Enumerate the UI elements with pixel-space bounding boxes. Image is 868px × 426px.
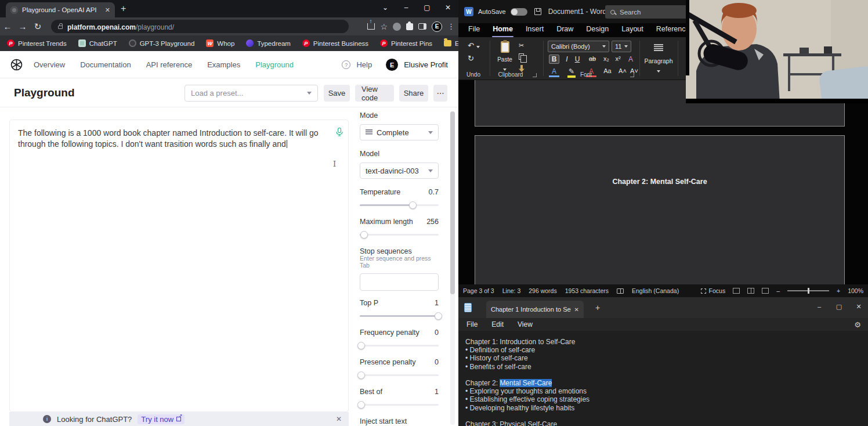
side-panel-icon[interactable] [418,23,426,30]
focus-mode-button[interactable]: Focus [701,287,726,294]
ribbon-tab-insert[interactable]: Insert [519,23,550,37]
slider-thumb[interactable] [409,201,417,209]
url-bar[interactable]: platform.openai.com/playground/ [51,20,349,33]
ribbon-tab-file[interactable]: File [462,23,486,37]
web-layout-icon[interactable] [762,288,769,294]
new-tab-button[interactable]: + [121,3,126,14]
window-close-button[interactable]: ✕ [443,3,453,12]
notepad-tab[interactable]: Chapter 1 Introduction to Self-Care ✕ [486,301,584,318]
clear-formatting-button[interactable]: A [625,55,636,63]
bookmark-pinterest-trends[interactable]: PPinterest Trends [7,39,67,47]
back-button[interactable]: ← [0,21,15,31]
bookmark-pinterest-business[interactable]: PPinterest Business [302,39,368,47]
more-button[interactable]: ⋯ [433,85,447,102]
best-of-slider[interactable] [360,404,439,406]
grow-font-button[interactable]: A˄ [617,67,628,74]
temperature-slider[interactable] [360,204,439,206]
window-minimize-button[interactable]: – [815,303,824,310]
zoom-in-button[interactable]: + [837,287,840,294]
frequency-penalty-slider[interactable] [360,345,439,346]
status-1953-characters[interactable]: 1953 characters [565,287,609,294]
cut-icon[interactable]: ✂ [519,42,524,49]
account-avatar[interactable]: E [386,59,398,71]
bookmark-chatgpt[interactable]: ChatGPT [78,39,117,47]
bookmark-pinterest-pins[interactable]: PPinterest Pins [380,39,432,47]
notepad-content[interactable]: Chapter 1: Introduction to Self-Care• De… [458,332,868,426]
mode-select[interactable]: Complete [360,124,439,140]
slider-thumb[interactable] [357,342,365,349]
max-length-slider[interactable] [360,234,439,236]
stop-sequences-input[interactable] [360,273,439,291]
view-code-button[interactable]: View code [355,85,394,102]
new-tab-button[interactable]: + [595,303,600,312]
nav-item-playground[interactable]: Playground [255,60,294,69]
browser-tab[interactable]: Playground - OpenAI API ✕ [6,2,115,17]
help-icon[interactable]: ? [342,60,350,69]
copy-icon[interactable] [519,53,524,60]
paragraph-group-button[interactable]: Paragraph [643,43,674,75]
tab-close-icon[interactable]: ✕ [105,6,110,14]
save-icon[interactable] [534,8,541,15]
bookmark-star-icon[interactable]: ☆ [380,22,388,31]
undo-button[interactable]: ↶ [468,42,480,49]
status-296-words[interactable]: 296 words [529,287,556,294]
superscript-button[interactable]: x² [613,55,623,62]
window-maximize-button[interactable]: ▢ [422,3,432,12]
slider-thumb[interactable] [360,231,368,239]
ribbon-tab-design[interactable]: Design [580,23,615,37]
underline-button[interactable]: U [572,55,583,63]
bookmark-gpt-3-playground[interactable]: GPT-3 Playground [129,39,195,47]
microphone-icon[interactable] [336,128,343,139]
top-p-slider[interactable] [360,315,439,317]
ribbon-tab-layout[interactable]: Layout [615,23,650,37]
strikethrough-button[interactable]: ab [587,55,598,62]
ribbon-tab-draw[interactable]: Draw [550,23,580,37]
window-close-button[interactable]: ✕ [854,303,863,311]
help-label[interactable]: Help [356,60,372,69]
window-minimize-button[interactable]: – [402,3,411,12]
slider-thumb[interactable] [357,401,365,409]
proofing-book-icon[interactable] [617,288,624,294]
browser-menu-icon[interactable]: ⋮ [447,22,455,31]
nav-item-overview[interactable]: Overview [34,60,65,69]
zoom-out-button[interactable]: – [776,287,780,294]
zoom-level[interactable]: 100% [848,287,863,294]
slider-thumb[interactable] [435,312,442,320]
prompt-textarea[interactable]: The following is a 1000 word book chapte… [9,120,349,412]
settings-gear-icon[interactable]: ⚙ [854,320,861,329]
window-chevron-icon[interactable]: ⌄ [381,3,390,12]
italic-button[interactable]: I [562,55,572,63]
document-page-2[interactable]: Chapter 2: Mental Self-Care [475,135,845,284]
font-dialog-launcher[interactable] [630,73,634,77]
font-name-combo[interactable]: Calibri (Body) [548,41,609,52]
menu-view[interactable]: View [518,320,533,328]
save-button[interactable]: Save [324,85,350,102]
menu-edit[interactable]: Edit [491,320,504,328]
menu-file[interactable]: File [466,320,478,328]
forward-button[interactable]: → [15,21,30,31]
browser-profile-avatar[interactable]: E [432,21,442,32]
preset-select[interactable]: Load a preset... [185,85,318,102]
banner-close-icon[interactable]: ✕ [336,415,342,423]
print-layout-icon[interactable] [747,288,754,294]
subscript-button[interactable]: x₂ [601,55,612,62]
font-size-combo[interactable]: 11 [612,41,631,52]
redo-button[interactable]: ↻ [468,55,474,62]
try-it-now-link[interactable]: Try it now [138,414,185,424]
tab-close-icon[interactable]: ✕ [574,306,579,313]
slider-thumb[interactable] [357,371,365,379]
bookmark-whop[interactable]: WWhop [206,39,234,47]
language-status[interactable]: English (Canada) [632,287,679,294]
clipboard-dialog-launcher[interactable] [533,73,537,77]
text-effects-button[interactable]: A [549,67,559,77]
share-icon[interactable] [367,23,375,30]
nav-item-api-reference[interactable]: API reference [146,60,193,69]
autosave-toggle[interactable] [511,8,527,16]
window-maximize-button[interactable]: ▢ [834,303,844,311]
presence-penalty-slider[interactable] [360,374,439,376]
share-button[interactable]: Share [399,85,428,102]
ribbon-tab-home[interactable]: Home [486,23,519,37]
extension-globe-icon[interactable] [393,23,401,31]
change-case-button[interactable]: Aa [602,67,613,74]
zoom-slider[interactable] [787,290,829,291]
